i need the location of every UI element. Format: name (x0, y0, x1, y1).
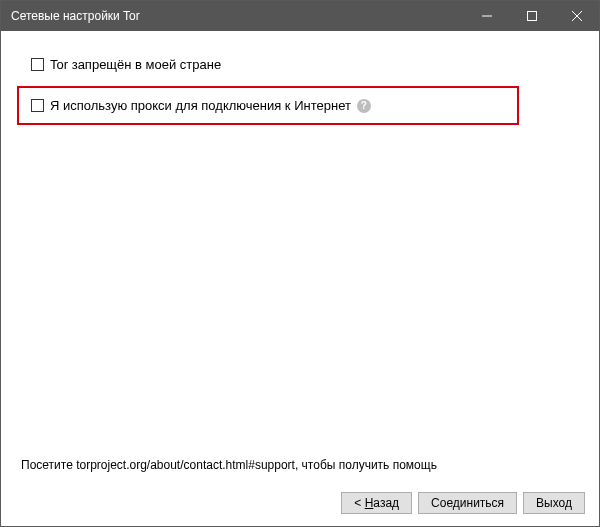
window-title: Сетевые настройки Tor (11, 9, 464, 23)
censored-label[interactable]: Tor запрещён в моей стране (50, 57, 221, 72)
window: Сетевые настройки Tor Tor запрещён в мое… (0, 0, 600, 527)
titlebar: Сетевые настройки Tor (1, 1, 599, 31)
help-icon[interactable]: ? (357, 99, 371, 113)
proxy-checkbox[interactable] (31, 99, 44, 112)
option-censored-row: Tor запрещён в моей стране (31, 57, 579, 72)
minimize-button[interactable] (464, 1, 509, 31)
highlight-box: Я использую прокси для подключения к Инт… (17, 86, 519, 125)
svg-rect-1 (527, 12, 536, 21)
close-button[interactable] (554, 1, 599, 31)
button-row: < Назад Соединиться Выход (341, 492, 585, 514)
window-controls (464, 1, 599, 31)
censored-checkbox[interactable] (31, 58, 44, 71)
option-proxy-row: Я использую прокси для подключения к Инт… (31, 98, 505, 113)
footer-text: Посетите torproject.org/about/contact.ht… (21, 458, 579, 472)
content-area: Tor запрещён в моей стране Я использую п… (1, 31, 599, 526)
connect-button[interactable]: Соединиться (418, 492, 517, 514)
exit-button[interactable]: Выход (523, 492, 585, 514)
maximize-button[interactable] (509, 1, 554, 31)
back-button[interactable]: < Назад (341, 492, 412, 514)
proxy-label[interactable]: Я использую прокси для подключения к Инт… (50, 98, 351, 113)
